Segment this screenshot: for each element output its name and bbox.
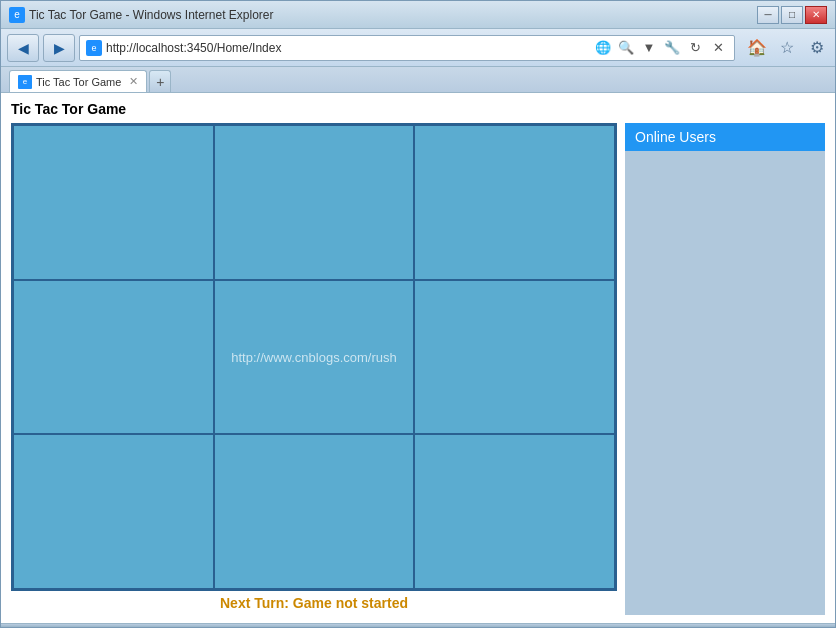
security-icon: 🌐 (593, 38, 613, 58)
online-users-body (625, 151, 825, 615)
new-tab-button[interactable]: + (149, 70, 171, 92)
tab-close-button[interactable]: ✕ (129, 75, 138, 88)
page-title: Tic Tac Tor Game (11, 101, 825, 117)
tools-icon[interactable]: 🔧 (662, 38, 682, 58)
close-button[interactable]: ✕ (805, 6, 827, 24)
address-bar-row: ◀ ▶ e http://localhost:3450/Home/Index 🌐… (1, 29, 835, 67)
window-controls: ─ □ ✕ (757, 6, 827, 24)
cell-1[interactable] (214, 125, 415, 280)
cell-6[interactable] (13, 434, 214, 589)
active-tab[interactable]: e Tic Tac Tor Game ✕ (9, 70, 147, 92)
favorites-icon[interactable]: ☆ (775, 36, 799, 60)
address-text[interactable]: http://localhost:3450/Home/Index (106, 41, 589, 55)
title-bar-favicon: e (9, 7, 25, 23)
online-users-header: Online Users (625, 123, 825, 151)
cell-8[interactable] (414, 434, 615, 589)
game-layout: http://www.cnblogs.com/rush Next Turn: G… (11, 123, 825, 615)
toolbar-icons: 🏠 ☆ ⚙ (739, 36, 829, 60)
cell-7[interactable] (214, 434, 415, 589)
tab-label: Tic Tac Tor Game (36, 76, 121, 88)
minimize-button[interactable]: ─ (757, 6, 779, 24)
game-status: Next Turn: Game not started (11, 591, 617, 615)
window-title: Tic Tac Tor Game - Windows Internet Expl… (29, 8, 274, 22)
address-icons: 🌐 🔍 ▼ 🔧 ↻ ✕ (593, 38, 728, 58)
tab-favicon: e (18, 75, 32, 89)
dropdown-icon[interactable]: ▼ (639, 38, 659, 58)
address-favicon: e (86, 40, 102, 56)
cell-4[interactable]: http://www.cnblogs.com/rush (214, 280, 415, 435)
tab-bar: e Tic Tac Tor Game ✕ + (1, 67, 835, 93)
settings-icon[interactable]: ⚙ (805, 36, 829, 60)
forward-button[interactable]: ▶ (43, 34, 75, 62)
restore-button[interactable]: □ (781, 6, 803, 24)
address-box: e http://localhost:3450/Home/Index 🌐 🔍 ▼… (79, 35, 735, 61)
window-bottom-border (1, 623, 835, 627)
search-icon[interactable]: 🔍 (616, 38, 636, 58)
online-users-panel: Online Users (625, 123, 825, 615)
back-button[interactable]: ◀ (7, 34, 39, 62)
cell-5[interactable] (414, 280, 615, 435)
cell-3[interactable] (13, 280, 214, 435)
browser-window: e Tic Tac Tor Game - Windows Internet Ex… (0, 0, 836, 628)
refresh-icon[interactable]: ↻ (685, 38, 705, 58)
stop-icon[interactable]: ✕ (708, 38, 728, 58)
home-icon[interactable]: 🏠 (745, 36, 769, 60)
content-area: Tic Tac Tor Game http://www.cnblogs.com/… (1, 93, 835, 623)
cell-2[interactable] (414, 125, 615, 280)
title-bar-left: e Tic Tac Tor Game - Windows Internet Ex… (9, 7, 274, 23)
title-bar: e Tic Tac Tor Game - Windows Internet Ex… (1, 1, 835, 29)
cell-0[interactable] (13, 125, 214, 280)
game-board-container: http://www.cnblogs.com/rush Next Turn: G… (11, 123, 617, 615)
game-board: http://www.cnblogs.com/rush (11, 123, 617, 591)
board-watermark: http://www.cnblogs.com/rush (231, 349, 396, 364)
